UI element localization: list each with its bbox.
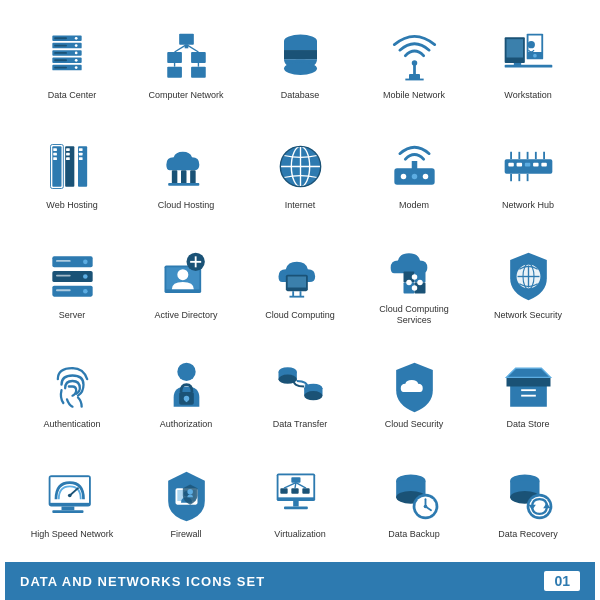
- svg-rect-14: [54, 67, 67, 69]
- icon-virtualization[interactable]: Virtualization: [243, 448, 357, 558]
- icon-web-hosting[interactable]: Web Hosting: [15, 120, 129, 230]
- svg-point-30: [411, 60, 417, 66]
- icon-authorization[interactable]: Authorization: [129, 339, 243, 449]
- svg-rect-20: [191, 67, 206, 78]
- svg-rect-49: [66, 153, 70, 156]
- footer-title: DATA AND NETWORKS ICONS SET: [20, 574, 265, 589]
- icon-data-transfer[interactable]: Data Transfer: [243, 339, 357, 449]
- svg-point-6: [74, 44, 77, 47]
- svg-point-132: [67, 494, 71, 498]
- icon-data-center[interactable]: Data Center: [15, 10, 129, 120]
- svg-point-115: [177, 362, 195, 380]
- icon-network-security[interactable]: Network Security: [471, 229, 585, 339]
- icon-label-active-directory: Active Directory: [154, 310, 217, 321]
- icon-cloud-hosting[interactable]: Cloud Hosting: [129, 120, 243, 230]
- icon-server[interactable]: Server: [15, 229, 129, 339]
- icon-label-cloud-security: Cloud Security: [385, 419, 444, 430]
- svg-rect-46: [53, 153, 57, 156]
- svg-point-108: [406, 279, 412, 285]
- icon-workstation[interactable]: Workstation: [471, 10, 585, 120]
- icon-label-cloud-computing: Cloud Computing: [265, 310, 335, 321]
- icons-grid: Data Center Computer Network: [5, 10, 595, 558]
- svg-line-21: [174, 45, 186, 52]
- icon-label-data-backup: Data Backup: [388, 529, 440, 540]
- svg-rect-143: [291, 488, 298, 494]
- icon-network-hub[interactable]: Network Hub: [471, 120, 585, 230]
- svg-rect-13: [54, 59, 67, 61]
- svg-line-22: [186, 45, 198, 52]
- icon-label-high-speed-network: High Speed Network: [31, 529, 114, 540]
- svg-point-86: [83, 274, 88, 279]
- svg-point-66: [422, 174, 428, 180]
- icon-data-recovery[interactable]: Data Recovery: [471, 448, 585, 558]
- icon-label-virtualization: Virtualization: [274, 529, 325, 540]
- svg-rect-149: [284, 507, 308, 510]
- svg-rect-141: [291, 477, 300, 483]
- svg-rect-142: [280, 488, 287, 494]
- icon-cloud-computing-services[interactable]: Cloud Computing Services: [357, 229, 471, 339]
- svg-point-106: [411, 274, 417, 280]
- icon-label-cloud-hosting: Cloud Hosting: [158, 200, 215, 211]
- icon-label-authentication: Authentication: [43, 419, 100, 430]
- svg-line-146: [295, 483, 296, 489]
- icon-label-data-store: Data Store: [506, 419, 549, 430]
- svg-rect-27: [284, 50, 317, 59]
- svg-point-7: [74, 51, 77, 54]
- icon-modem[interactable]: Modem: [357, 120, 471, 230]
- svg-rect-71: [524, 163, 530, 167]
- svg-rect-50: [66, 158, 70, 161]
- svg-point-138: [187, 489, 193, 495]
- svg-rect-39: [513, 63, 520, 67]
- icon-database[interactable]: Database: [243, 10, 357, 120]
- icon-data-store[interactable]: Data Store: [471, 339, 585, 449]
- svg-rect-45: [53, 149, 57, 152]
- svg-rect-52: [78, 153, 82, 156]
- icon-active-directory[interactable]: Active Directory: [129, 229, 243, 339]
- svg-point-65: [411, 174, 417, 180]
- svg-rect-90: [56, 289, 71, 291]
- icon-firewall[interactable]: Firewall: [129, 448, 243, 558]
- svg-rect-54: [171, 171, 177, 186]
- svg-point-5: [74, 37, 77, 40]
- svg-point-40: [527, 41, 534, 48]
- icon-label-server: Server: [59, 310, 86, 321]
- svg-rect-53: [78, 158, 82, 161]
- svg-point-64: [400, 174, 406, 180]
- svg-rect-56: [190, 171, 196, 186]
- svg-rect-55: [181, 171, 187, 186]
- icon-cloud-computing[interactable]: Cloud Computing: [243, 229, 357, 339]
- icon-label-authorization: Authorization: [160, 419, 213, 430]
- main-container: Data Center Computer Network: [0, 0, 600, 600]
- icon-high-speed-network[interactable]: High Speed Network: [15, 448, 129, 558]
- svg-point-107: [411, 285, 417, 291]
- svg-rect-47: [53, 158, 57, 161]
- svg-rect-73: [541, 163, 547, 167]
- svg-rect-38: [504, 65, 552, 68]
- icon-label-modem: Modem: [399, 200, 429, 211]
- svg-rect-89: [56, 275, 71, 277]
- icon-label-data-recovery: Data Recovery: [498, 529, 558, 540]
- icon-computer-network[interactable]: Computer Network: [129, 10, 243, 120]
- svg-rect-72: [533, 163, 539, 167]
- icon-authentication[interactable]: Authentication: [15, 339, 129, 449]
- icon-data-backup[interactable]: Data Backup: [357, 448, 471, 558]
- icon-label-network-security: Network Security: [494, 310, 562, 321]
- svg-point-85: [83, 260, 88, 265]
- svg-rect-148: [293, 501, 299, 507]
- svg-rect-133: [61, 507, 74, 511]
- svg-point-8: [74, 59, 77, 62]
- svg-point-109: [417, 279, 423, 285]
- svg-rect-42: [65, 147, 74, 187]
- icon-mobile-network[interactable]: Mobile Network: [357, 10, 471, 120]
- svg-point-28: [284, 62, 317, 75]
- icon-label-internet: Internet: [285, 200, 316, 211]
- svg-rect-57: [168, 183, 199, 186]
- svg-point-93: [177, 269, 188, 280]
- icon-internet[interactable]: Internet: [243, 120, 357, 230]
- svg-rect-19: [167, 67, 182, 78]
- icon-label-cloud-computing-services: Cloud Computing Services: [369, 304, 459, 326]
- icon-cloud-security[interactable]: Cloud Security: [357, 339, 471, 449]
- icon-label-firewall: Firewall: [170, 529, 201, 540]
- svg-rect-43: [78, 147, 87, 187]
- icon-label-database: Database: [281, 90, 320, 101]
